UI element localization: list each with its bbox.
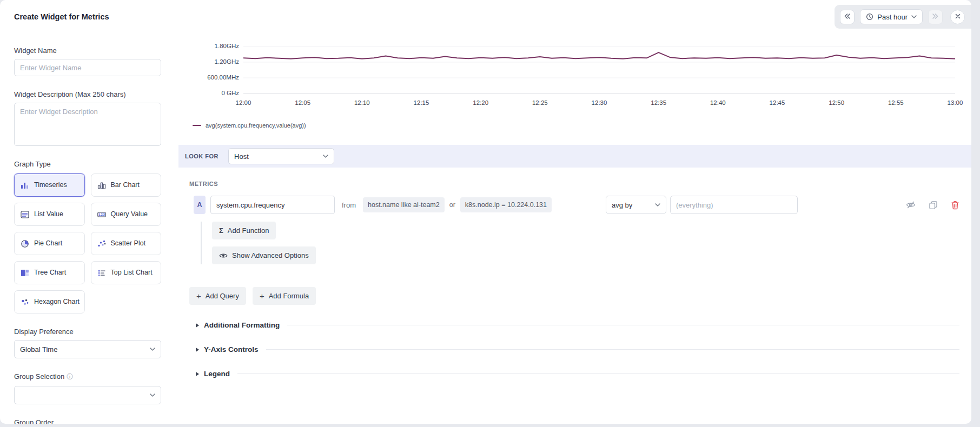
- add-formula-button[interactable]: + Add Formula: [253, 287, 316, 305]
- hexagon-chart-icon: [20, 297, 30, 307]
- x-axis-tick-label: 12:30: [592, 99, 607, 106]
- list-value-icon: [20, 210, 30, 219]
- x-axis-tick-label: 12:15: [414, 99, 429, 106]
- from-label: from: [342, 201, 356, 209]
- info-icon: ⓘ: [67, 373, 73, 381]
- delete-query-button[interactable]: [951, 201, 959, 210]
- top-list-chart-icon: [97, 268, 107, 278]
- filter-join-label: or: [449, 201, 455, 209]
- group-by-input[interactable]: [670, 196, 798, 214]
- graph-type-label-text: Bar Chart: [111, 181, 140, 189]
- graph-type-label: Graph Type: [14, 160, 178, 168]
- graph-type-pie-chart[interactable]: Pie Chart: [14, 232, 85, 255]
- chevron-right-icon: [196, 323, 199, 328]
- page-title: Create Widget for Metrics: [14, 12, 109, 21]
- display-preference-value: Global Time: [20, 345, 57, 353]
- show-advanced-options-label: Show Advanced Options: [232, 251, 309, 259]
- create-widget-modal: Create Widget for Metrics Past hour: [0, 0, 971, 424]
- graph-type-label-text: Pie Chart: [34, 239, 62, 247]
- time-range-select[interactable]: Past hour: [860, 9, 923, 24]
- x-axis-tick-label: 13:00: [948, 99, 963, 106]
- eye-icon: [219, 251, 228, 260]
- section-divider: [287, 325, 959, 325]
- add-function-label: Add Function: [228, 226, 269, 235]
- show-advanced-options-button[interactable]: Show Advanced Options: [212, 246, 316, 264]
- widget-description-input[interactable]: [14, 103, 161, 146]
- chart-plot-area[interactable]: [243, 41, 955, 95]
- widget-preview-main: 1.80GHz1.20GHz600.00MHz0 GHz 12:0012:051…: [178, 34, 971, 424]
- x-axis-tick-label: 12:55: [888, 99, 904, 106]
- filter-tag[interactable]: host.name like ai-team2: [363, 197, 445, 212]
- time-back-button[interactable]: [840, 10, 855, 24]
- filter-tag[interactable]: k8s.node.ip = 10.224.0.131: [460, 197, 552, 212]
- plus-icon: +: [196, 292, 201, 300]
- metrics-section: METRICS A from host.name like ai-team2 o…: [178, 168, 971, 378]
- section-divider: [266, 349, 959, 350]
- x-axis-tick-label: 12:40: [710, 99, 726, 106]
- x-axis-tick-label: 12:05: [295, 99, 310, 106]
- add-query-label: Add Query: [206, 292, 239, 300]
- add-formula-label: Add Formula: [269, 292, 309, 300]
- hide-query-button[interactable]: [906, 200, 916, 210]
- x-axis-tick-label: 12:10: [354, 99, 370, 106]
- add-function-button[interactable]: Σ Add Function: [212, 222, 276, 239]
- legend-color-swatch: [193, 125, 201, 126]
- query-add-row: + Add Query + Add Formula: [189, 287, 959, 305]
- aggregation-select[interactable]: avg by: [606, 196, 666, 214]
- metric-name-input[interactable]: [210, 196, 335, 214]
- section-label: Legend: [204, 370, 230, 378]
- copy-query-button[interactable]: [929, 201, 938, 210]
- graph-type-list-value[interactable]: List Value: [14, 203, 85, 226]
- look-for-value: Host: [234, 152, 249, 161]
- pie-chart-icon: [20, 239, 30, 249]
- graph-type-hexagon-chart[interactable]: Hexagon Chart: [14, 290, 85, 313]
- bar-chart-icon: [97, 181, 107, 190]
- svg-text:123: 123: [98, 212, 105, 216]
- chevron-right-icon: [196, 372, 199, 376]
- widget-name-label: Widget Name: [14, 46, 178, 55]
- modal-header: Create Widget for Metrics Past hour: [0, 0, 971, 34]
- graph-type-timeseries[interactable]: Timeseries: [14, 174, 85, 197]
- y-axis-tick-label: 600.00MHz: [207, 74, 239, 81]
- group-selection-select[interactable]: [14, 386, 161, 404]
- graph-type-top-list-chart[interactable]: Top List Chart: [91, 261, 162, 284]
- graph-type-bar-chart[interactable]: Bar Chart: [91, 174, 162, 197]
- chevron-down-icon: [655, 203, 660, 206]
- group-selection-label: Group Selectionⓘ: [14, 372, 178, 382]
- close-button[interactable]: [950, 10, 965, 24]
- widget-description-label: Widget Description (Max 250 chars): [14, 90, 178, 98]
- section-label: Y-Axis Controls: [204, 345, 259, 353]
- tree-chart-icon: [20, 268, 30, 278]
- display-preference-select[interactable]: Global Time: [14, 340, 161, 358]
- section-y-axis-controls[interactable]: Y-Axis Controls: [196, 345, 959, 353]
- graph-type-tree-chart[interactable]: Tree Chart: [14, 261, 85, 284]
- query-sub-actions: Σ Add Function Show Advanced Options: [201, 222, 959, 264]
- chevrons-right-icon: [932, 12, 939, 22]
- add-query-button[interactable]: + Add Query: [189, 287, 246, 305]
- query-letter-badge[interactable]: A: [194, 196, 206, 214]
- widget-settings-sidebar: Widget Name Widget Description (Max 250 …: [0, 34, 178, 424]
- chevron-down-icon: [150, 348, 155, 351]
- time-forward-button[interactable]: [928, 10, 943, 24]
- look-for-select[interactable]: Host: [228, 148, 334, 164]
- look-for-label: LOOK FOR: [185, 153, 218, 159]
- widget-name-input[interactable]: [14, 59, 161, 76]
- graph-type-query-value[interactable]: 123 Query Value: [91, 203, 162, 226]
- graph-type-label-text: Scatter Plot: [111, 239, 146, 247]
- plus-icon: +: [260, 292, 264, 300]
- chevron-right-icon: [196, 348, 199, 352]
- chart-legend[interactable]: avg(system.cpu.frequency,value(avg)): [193, 122, 971, 129]
- section-legend[interactable]: Legend: [196, 370, 959, 378]
- time-range-value: Past hour: [877, 13, 908, 21]
- chart-x-axis: 12:0012:0512:1012:1512:2012:2512:3012:35…: [243, 99, 955, 108]
- section-additional-formatting[interactable]: Additional Formatting: [196, 321, 959, 329]
- graph-type-grid: Timeseries Bar Chart List Value: [14, 174, 161, 313]
- graph-type-scatter-plot[interactable]: Scatter Plot: [91, 232, 162, 255]
- aggregation-value: avg by: [612, 201, 632, 209]
- graph-type-label-text: Query Value: [111, 210, 148, 218]
- look-for-bar: LOOK FOR Host: [178, 145, 971, 168]
- clock-icon: [866, 13, 873, 21]
- query-row-a: A from host.name like ai-team2 or k8s.no…: [189, 196, 959, 214]
- legend-series-name: avg(system.cpu.frequency,value(avg)): [206, 122, 306, 129]
- close-icon: [955, 13, 961, 21]
